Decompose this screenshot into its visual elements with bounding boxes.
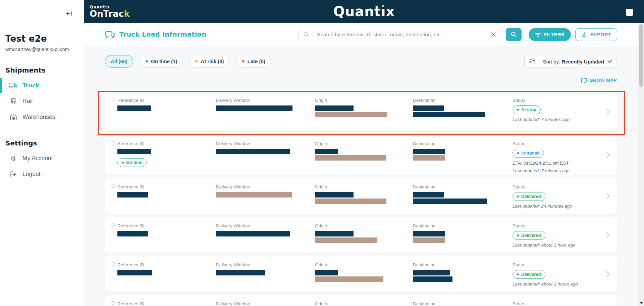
status-dot bbox=[517, 234, 519, 236]
filter-pill-label: Late (0) bbox=[248, 58, 265, 64]
filter-pill-label: All (60) bbox=[111, 58, 127, 64]
quantix-logo: Quantıx bbox=[333, 4, 395, 19]
show-map-button[interactable]: SHOW MAP bbox=[581, 78, 617, 83]
shipment-card[interactable]: Reference IDDelivery WindowOriginDestina… bbox=[105, 217, 617, 253]
warehouse-icon bbox=[9, 114, 18, 121]
card-column: Delivery Window bbox=[216, 262, 265, 276]
column-label: Reference ID bbox=[117, 98, 151, 103]
card-column: StatusDeliveredLast updated: about 1 hou… bbox=[513, 223, 576, 248]
search-icon bbox=[303, 32, 309, 38]
redacted-value-bar bbox=[413, 231, 445, 236]
search-divider bbox=[313, 31, 313, 38]
sort-icon bbox=[529, 58, 536, 64]
search-input[interactable] bbox=[317, 32, 491, 38]
export-button[interactable]: EXPORT bbox=[575, 28, 617, 41]
card-column: Origin bbox=[315, 184, 386, 205]
redacted-value-bar bbox=[315, 237, 377, 243]
column-label: Status bbox=[513, 184, 572, 189]
column-label: Destination bbox=[413, 223, 445, 228]
shipment-card[interactable]: Reference IDDelivery WindowOriginDestina… bbox=[105, 295, 617, 306]
filter-pill-on-time[interactable]: On time (1) bbox=[140, 55, 183, 68]
card-column: Origin bbox=[315, 141, 386, 162]
map-icon bbox=[581, 78, 587, 83]
collapse-sidebar-icon[interactable] bbox=[64, 9, 74, 18]
pin-icon bbox=[111, 301, 116, 306]
column-label: Origin bbox=[315, 223, 377, 228]
sidebar-item-truck[interactable]: Truck bbox=[0, 78, 84, 93]
shipment-card[interactable]: Reference IDDelivery WindowOriginDestina… bbox=[105, 92, 617, 131]
redacted-value-bar bbox=[216, 105, 292, 111]
column-label: Destination bbox=[413, 301, 436, 306]
redacted-value-bar bbox=[413, 149, 445, 154]
user-email: wmccartney@quantix3pl.com bbox=[5, 47, 84, 52]
redacted-value-bar bbox=[315, 270, 338, 275]
widget-button[interactable] bbox=[626, 9, 633, 16]
column-label: Delivery Window bbox=[216, 184, 292, 189]
column-label: Status bbox=[513, 141, 570, 146]
column-label: Status bbox=[513, 301, 525, 306]
sort-label: Sort by: Recently Updated bbox=[543, 59, 604, 64]
card-column: Delivery Window bbox=[216, 184, 292, 199]
card-column: Destination bbox=[413, 223, 445, 244]
shipment-list: Reference IDDelivery WindowOriginDestina… bbox=[105, 92, 617, 306]
pin-icon bbox=[111, 223, 116, 229]
scrollbar-thumb[interactable] bbox=[639, 24, 643, 87]
gear-icon: ⚙ bbox=[9, 155, 18, 162]
truck-icon bbox=[9, 82, 18, 89]
column-label: Destination bbox=[413, 184, 487, 189]
filter-pill-late[interactable]: Late (0) bbox=[236, 55, 271, 68]
shipment-card-wrap: Reference IDDelivery WindowOriginDestina… bbox=[105, 217, 617, 253]
shipment-card[interactable]: Reference IDDelivery WindowOriginDestina… bbox=[105, 256, 617, 292]
filters-button[interactable]: FILTERS bbox=[529, 28, 571, 41]
filter-pill-all[interactable]: All (60) bbox=[105, 55, 133, 68]
card-column: StatusIn transitETA: 01/12/24 2:31 pm ES… bbox=[513, 141, 570, 173]
column-label: Origin bbox=[315, 262, 383, 267]
content-area: All (60)On time (1)At risk (0)Late (0) S… bbox=[84, 46, 644, 306]
logout-icon bbox=[9, 171, 18, 178]
status-dot bbox=[242, 60, 245, 62]
sidebar-item-warehouses[interactable]: Warehouses bbox=[0, 109, 84, 125]
status-dot bbox=[517, 109, 519, 111]
card-column: StatusDeliveredLast updated: about 2 hou… bbox=[513, 262, 578, 287]
filter-pill-at-risk[interactable]: At risk (0) bbox=[190, 55, 229, 68]
toolbar: Truck Load Information bbox=[84, 23, 644, 46]
redacted-value-bar bbox=[315, 199, 386, 204]
status-badge: At stop bbox=[513, 105, 541, 114]
filter-pill-label: On time (1) bbox=[151, 58, 177, 64]
last-updated-text: Last updated: 7 minutes ago bbox=[513, 117, 570, 122]
shipment-card[interactable]: Reference IDOn timeDelivery WindowOrigin… bbox=[105, 135, 617, 175]
column-label: Origin bbox=[315, 98, 387, 103]
column-label: Origin bbox=[315, 141, 386, 146]
user-info: Test e2e wmccartney@quantix3pl.com bbox=[5, 34, 84, 52]
top-header-bar: Quantix OnTrack Quantıx bbox=[84, 0, 644, 23]
column-label: Delivery Window bbox=[216, 98, 292, 103]
sidebar-item-logout[interactable]: Logout bbox=[0, 166, 84, 182]
scrollbar-down-arrow[interactable] bbox=[640, 302, 643, 304]
redacted-value-bar bbox=[315, 231, 354, 236]
card-column: Destination bbox=[413, 184, 487, 205]
chevron-right-icon bbox=[606, 270, 610, 278]
card-column: StatusDeliveredLast updated: 24 minutes … bbox=[513, 184, 572, 209]
card-column: Delivery Window bbox=[216, 223, 290, 237]
brand-product-label: OnTrack bbox=[90, 9, 130, 18]
sort-dropdown[interactable]: Sort by: Recently Updated bbox=[524, 55, 617, 68]
column-label: Reference ID bbox=[117, 141, 151, 146]
card-column: Reference ID bbox=[117, 184, 148, 199]
card-column: Delivery Window bbox=[216, 98, 292, 112]
vertical-scrollbar[interactable] bbox=[638, 23, 644, 306]
redacted-value-bar bbox=[315, 105, 354, 111]
clear-search-icon[interactable] bbox=[491, 32, 496, 37]
column-label: Origin bbox=[315, 301, 327, 306]
shipment-card[interactable]: Reference IDDelivery WindowOriginDestina… bbox=[105, 178, 617, 214]
sidebar-item-rail[interactable]: Rail bbox=[0, 93, 84, 109]
status-dot bbox=[122, 162, 124, 164]
sidebar-item-my-account[interactable]: ⚙My Account bbox=[0, 150, 84, 166]
card-column: Reference ID bbox=[117, 301, 144, 306]
card-column: Origin bbox=[315, 223, 377, 244]
redacted-value-bar bbox=[315, 149, 338, 154]
chevron-right-icon bbox=[606, 192, 610, 200]
map-toggle-row: SHOW MAP bbox=[105, 78, 617, 83]
redacted-value-bar bbox=[413, 112, 485, 117]
column-label: Delivery Window bbox=[216, 262, 265, 267]
search-button[interactable] bbox=[506, 28, 522, 41]
